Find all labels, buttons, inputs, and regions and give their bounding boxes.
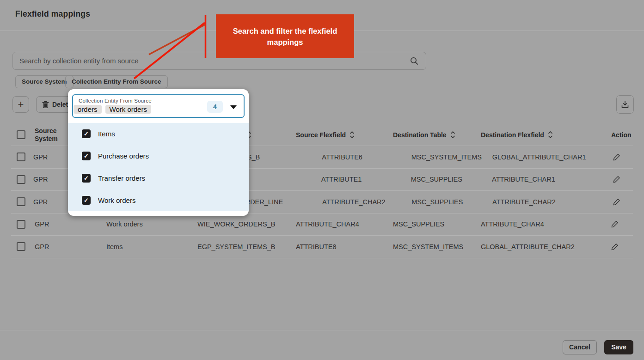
row-checkbox[interactable] <box>17 220 25 229</box>
checked-checkbox-icon[interactable] <box>82 196 91 205</box>
annotation-callout-text: Search and filter the flexfield mappings <box>231 25 339 48</box>
edit-pencil-icon[interactable] <box>613 153 620 161</box>
save-button[interactable]: Save <box>604 340 633 354</box>
chevron-down-icon[interactable] <box>230 105 237 109</box>
column-header-source-flexfield[interactable]: Source Flexfield <box>296 131 393 139</box>
cell-source-flexfield: ATTRIBUTE6 <box>322 153 411 161</box>
cell-destination-table: MSC_SUPPLIES <box>393 220 481 228</box>
download-button[interactable] <box>616 95 634 114</box>
add-button[interactable]: + <box>12 96 29 113</box>
row-checkbox[interactable] <box>17 242 25 251</box>
cell-source-flexfield: ATTRIBUTE_CHAR2 <box>322 198 411 206</box>
cell-collection-entity: Items <box>106 243 197 250</box>
column-header-destination-flexfield[interactable]: Destination Flexfield <box>481 131 604 139</box>
checked-checkbox-icon[interactable] <box>82 129 91 138</box>
filter-chip-collection-entity[interactable]: Collection Entity From Source <box>65 75 168 88</box>
cell-destination-table: MSC_SYSTEM_ITEMS <box>393 243 481 250</box>
column-header-action: Action <box>604 131 633 139</box>
cell-destination-flexfield: ATTRIBUTE_CHAR2 <box>492 198 606 206</box>
table-row: GPR Work orders WIE_WORK_ORDERS_B ATTRIB… <box>11 213 633 236</box>
cell-destination-flexfield: ATTRIBUTE_CHAR1 <box>492 176 606 183</box>
collection-entity-combobox[interactable]: Collection Entity From Source orders Wor… <box>72 94 245 118</box>
row-checkbox[interactable] <box>17 153 25 161</box>
edit-pencil-icon[interactable] <box>611 243 619 250</box>
cell-source-table: EGP_SYSTEM_ITEMS_B <box>197 243 296 250</box>
checked-checkbox-icon[interactable] <box>82 152 91 160</box>
combobox-label: Collection Entity From Source <box>79 98 211 104</box>
token[interactable]: orders <box>74 105 102 114</box>
collection-entity-dropdown-popup: Collection Entity From Source orders Wor… <box>68 89 249 216</box>
sort-icon[interactable] <box>548 131 553 139</box>
footer-divider <box>0 330 644 330</box>
cell-collection-entity: Work orders <box>106 220 197 228</box>
trash-icon <box>42 101 49 109</box>
cell-destination-table: MSC_SYSTEM_ITEMS <box>411 153 492 161</box>
cell-destination-table: MSC_SUPPLIES <box>411 198 492 206</box>
cell-source-system: GPR <box>35 220 106 228</box>
cell-source-system: GPR <box>35 243 106 250</box>
cell-source-flexfield: ATTRIBUTE_CHAR4 <box>296 220 393 228</box>
dropdown-option-purchase-orders[interactable]: Purchase orders <box>68 145 249 167</box>
checked-checkbox-icon[interactable] <box>82 174 91 183</box>
table-row: GPR Items EGP_SYSTEM_ITEMS_B ATTRIBUTE8 … <box>11 235 633 258</box>
edit-pencil-icon[interactable] <box>613 198 620 206</box>
cell-destination-flexfield: GLOBAL_ATTRIBUTE_CHAR2 <box>481 243 604 250</box>
edit-pencil-icon[interactable] <box>613 176 620 183</box>
edit-pencil-icon[interactable] <box>611 220 619 228</box>
filter-chip-source-system[interactable]: Source System <box>15 75 74 88</box>
page-title: Flexfield mappings <box>15 9 90 19</box>
search-icon[interactable] <box>410 56 419 66</box>
annotation-callout: Search and filter the flexfield mappings <box>216 14 354 58</box>
cell-source-flexfield: ATTRIBUTE1 <box>321 176 411 183</box>
row-checkbox[interactable] <box>17 175 25 184</box>
token[interactable]: Work orders <box>105 105 151 114</box>
dropdown-option-transfer-orders[interactable]: Transfer orders <box>68 167 249 189</box>
cell-source-table: WIE_WORK_ORDERS_B <box>197 220 296 228</box>
selected-tokens: orders Work orders <box>79 105 211 114</box>
cell-destination-flexfield: GLOBAL_ATTRIBUTE_CHAR1 <box>492 153 606 161</box>
download-icon <box>621 100 629 109</box>
cancel-button[interactable]: Cancel <box>563 340 597 354</box>
sort-icon[interactable] <box>450 131 455 139</box>
cell-destination-flexfield: ATTRIBUTE_CHAR4 <box>481 220 604 228</box>
sort-icon[interactable] <box>350 131 355 139</box>
row-checkbox[interactable] <box>17 197 25 206</box>
select-all-checkbox[interactable] <box>17 130 25 139</box>
dropdown-option-items[interactable]: Items <box>68 123 249 145</box>
cell-destination-table: MSC_SUPPLIES <box>411 176 492 183</box>
column-header-destination-table[interactable]: Destination Table <box>393 131 481 139</box>
cell-source-flexfield: ATTRIBUTE8 <box>296 243 393 250</box>
selected-count-badge: 4 <box>207 101 223 113</box>
dropdown-option-list: Items Purchase orders Transfer orders Wo… <box>68 123 249 211</box>
dropdown-option-work-orders[interactable]: Work orders <box>68 189 249 211</box>
